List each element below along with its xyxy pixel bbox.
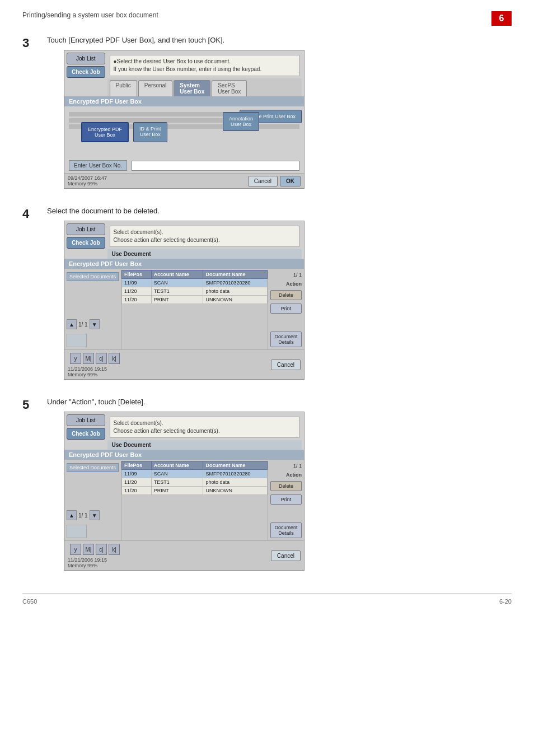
step4-right-col: 1/ 1 Action Delete Print DocumentDetails — [268, 270, 304, 349]
job-list-btn-s3[interactable]: Job List — [67, 53, 105, 64]
icon-y-s5[interactable]: y — [70, 544, 81, 555]
bottom-row-boxes: Encrypted PDFUser Box ID & PrintUser Box — [81, 122, 167, 142]
step4-panel: Job List Check Job Select document(s).Ch… — [64, 221, 305, 380]
table-row[interactable]: 11/20 PRINT UNKNOWN — [122, 487, 268, 495]
cell-docname: photo data — [203, 287, 268, 296]
cancel-btn-s4[interactable]: Cancel — [271, 360, 301, 370]
job-list-btn-s4[interactable]: Job List — [67, 223, 105, 235]
footer-left: C650 — [22, 598, 37, 605]
nav-down-s4[interactable]: ▼ — [90, 319, 100, 329]
page-header: Printing/sending a system user box docum… — [22, 11, 512, 26]
table-row[interactable]: 11/20 TEST1 photo data — [122, 478, 268, 487]
print-btn-s5[interactable]: Print — [270, 494, 302, 505]
cell-filepos: 11/20 — [122, 287, 152, 296]
cancel-btn-s5[interactable]: Cancel — [271, 550, 301, 561]
cell-docname: photo data — [203, 478, 268, 487]
col-account-s4: Account Name — [151, 270, 203, 279]
ok-btn-s3[interactable]: OK — [280, 176, 301, 186]
cancel-btn-s3[interactable]: Cancel — [248, 176, 278, 186]
step4-page-nav: ▲ 1/ 1 ▼ — [67, 319, 119, 329]
tab-system-s3[interactable]: SystemUser Box — [174, 80, 210, 96]
id-print-box[interactable]: ID & PrintUser Box — [133, 122, 167, 142]
icon-k-s4[interactable]: k| — [109, 353, 120, 364]
step5-left-col: Selected Documents ▲ 1/ 1 ▼ — [64, 461, 121, 540]
table-row[interactable]: 11/09 SCAN SMFP07010320280 — [122, 470, 268, 478]
doc-details-btn-s4[interactable]: DocumentDetails — [270, 332, 302, 347]
step5-block: 5 Under "Action", touch [Delete]. Job Li… — [22, 398, 512, 571]
cell-filepos: 11/20 — [122, 296, 152, 304]
cell-docname: UNKNOWN — [203, 487, 268, 495]
step5-two-col: Selected Documents ▲ 1/ 1 ▼ — [64, 461, 304, 540]
table-row[interactable]: 11/20 TEST1 photo data — [122, 287, 268, 296]
icon-m-s5[interactable]: M| — [83, 544, 94, 555]
chapter-badge: 6 — [491, 11, 512, 26]
cell-filepos: 11/20 — [122, 478, 152, 487]
step3-msg-line2: If you know the User Box number, enter i… — [114, 66, 262, 72]
tab-public-s3[interactable]: Public — [110, 80, 137, 96]
cell-docname: SMFP07010320280 — [203, 470, 268, 478]
step3-top-bar: Job List Check Job ●Select the desired U… — [64, 50, 304, 96]
step4-message: Select document(s).Choose action after s… — [110, 226, 299, 247]
step4-datetime-display: 11/21/2006 19:15 Memory 99% — [68, 366, 122, 377]
use-document-label-s5: Use Document — [107, 440, 302, 450]
job-list-btn-s5[interactable]: Job List — [67, 414, 105, 426]
step5-datetime-display: 11/21/2006 19:15 Memory 99% — [68, 557, 122, 568]
step3-bottom-bar: 09/24/2007 16:47 Memory 99% Cancel OK — [64, 173, 304, 188]
cell-docname: SMFP07010320280 — [203, 279, 268, 287]
page-num-s5: 1/ 1 — [78, 512, 88, 519]
step5-message: Select document(s).Choose action after s… — [110, 417, 299, 438]
step4-sidebar: Selected Documents ▲ 1/ 1 ▼ — [64, 270, 121, 349]
nav-up-s5[interactable]: ▲ — [67, 510, 77, 520]
tab-secps-s3[interactable]: SecPSUser Box — [212, 80, 247, 96]
delete-btn-s5[interactable]: Delete — [270, 481, 302, 491]
col-filepos-s4: FilePos — [122, 270, 152, 279]
print-btn-s4[interactable]: Print — [270, 304, 302, 314]
page-num-s4: 1/ 1 — [78, 321, 88, 328]
annotation-box-wrap: AnnotationUser Box — [223, 112, 259, 134]
cell-account: SCAN — [151, 279, 203, 287]
step5-action-btns: Cancel — [271, 550, 301, 561]
step5-panel: Job List Check Job Select document(s).Ch… — [64, 412, 305, 571]
icon-k-s5[interactable]: k| — [109, 544, 120, 555]
step4-left-col: Selected Documents ▲ 1/ 1 ▼ — [64, 270, 121, 349]
step3-content: Touch [Encrypted PDF User Box], and then… — [47, 36, 512, 189]
delete-btn-s4[interactable]: Delete — [270, 290, 302, 300]
step3-message: ●Select the desired User Box to use docu… — [110, 55, 299, 76]
cell-account: PRINT — [151, 487, 203, 495]
step5-bottom-left: y M| c| k| 11/21/2006 19:15 Memory 99% — [68, 543, 122, 568]
check-job-btn-s3[interactable]: Check Job — [67, 66, 105, 78]
tab-personal-s3[interactable]: Personal — [138, 80, 172, 96]
selected-docs-area — [67, 282, 119, 316]
step4-number: 4 — [22, 207, 38, 221]
step4-icon-row: y M| c| k| — [68, 352, 122, 365]
step5-section-label: Encrypted PDF User Box — [64, 450, 304, 460]
icon-c-s4[interactable]: c| — [96, 353, 107, 364]
doc-details-btn-s5[interactable]: DocumentDetails — [270, 522, 302, 538]
cell-filepos: 11/09 — [122, 470, 152, 478]
step4-top-bar: Job List Check Job Select document(s).Ch… — [64, 221, 304, 259]
action-label-s4: Action — [270, 281, 302, 287]
cell-account: PRINT — [151, 296, 203, 304]
icon-c-s5[interactable]: c| — [96, 544, 107, 555]
page-indicator-s4: 1/ 1 — [270, 272, 302, 278]
check-job-btn-s4[interactable]: Check Job — [67, 237, 105, 249]
table-row[interactable]: 11/09 SCAN SMFP07010320280 — [122, 279, 268, 287]
step3-content-area: Secure Print User Box AnnotationUser Box… — [64, 108, 304, 158]
step3-section-label: Encrypted PDF User Box — [64, 96, 304, 106]
nav-up-s4[interactable]: ▲ — [67, 319, 77, 329]
table-row[interactable]: 11/20 PRINT UNKNOWN — [122, 296, 268, 304]
icon-m-s4[interactable]: M| — [83, 353, 94, 364]
step5-bottom-bar: y M| c| k| 11/21/2006 19:15 Memory 99% C… — [64, 540, 304, 570]
step3-tabs: Public Personal SystemUser Box SecPSUser… — [107, 78, 302, 96]
step3-panel: Job List Check Job ●Select the desired U… — [64, 50, 305, 189]
page-header-title: Printing/sending a system user box docum… — [22, 11, 158, 19]
enter-box-input[interactable] — [132, 161, 299, 171]
step4-instruction: Select the document to be deleted. — [47, 207, 512, 215]
cell-account: SCAN — [151, 470, 203, 478]
icon-y-s4[interactable]: y — [70, 353, 81, 364]
encrypted-pdf-box[interactable]: Encrypted PDFUser Box — [81, 122, 129, 142]
step4-bottom-bar: y M| c| k| 11/21/2006 19:15 Memory 99% C… — [64, 349, 304, 379]
check-job-btn-s5[interactable]: Check Job — [67, 428, 105, 440]
annotation-box[interactable]: AnnotationUser Box — [223, 112, 259, 131]
nav-down-s5[interactable]: ▼ — [90, 510, 100, 520]
